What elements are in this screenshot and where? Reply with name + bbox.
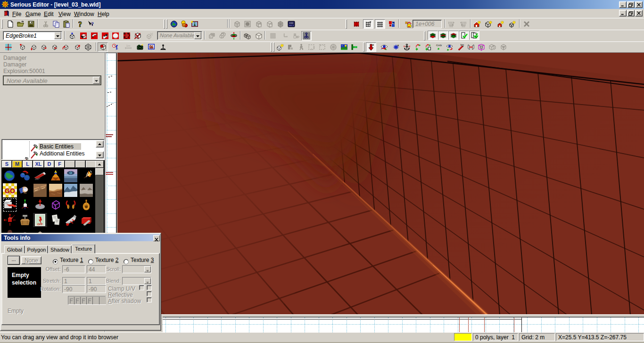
svg-text:?: ? bbox=[91, 21, 94, 27]
svg-text:Gvlz: Gvlz bbox=[436, 43, 442, 47]
svg-text:GO: GO bbox=[5, 187, 15, 195]
svg-text:km: km bbox=[461, 43, 464, 46]
svg-text:OFF: OFF bbox=[37, 223, 43, 226]
svg-text:?: ? bbox=[78, 20, 82, 28]
svg-text:1m: 1m bbox=[126, 44, 130, 47]
